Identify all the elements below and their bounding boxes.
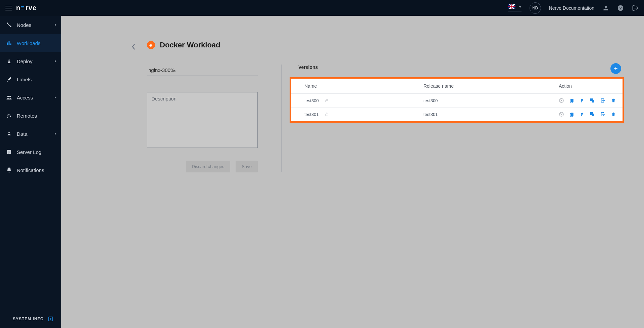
svg-rect-26 [592, 114, 594, 116]
sidebar-item-label: Workloads [17, 40, 41, 46]
sidebar-item-label: Server Log [17, 149, 41, 155]
data-icon [5, 131, 13, 137]
svg-rect-7 [7, 43, 8, 45]
labels-icon [5, 76, 13, 82]
add-version-button[interactable] [610, 63, 621, 74]
discard-button[interactable]: Discard changes [186, 161, 231, 172]
avatar[interactable]: ND [530, 2, 541, 14]
download-icon [48, 316, 54, 322]
chevron-right-icon [55, 96, 56, 99]
col-release: Release name [410, 79, 545, 94]
chevron-right-icon [55, 132, 56, 135]
nodes-icon [5, 22, 13, 28]
copy-icon[interactable] [569, 98, 574, 103]
caret-down-icon [519, 6, 522, 8]
svg-rect-21 [326, 114, 328, 116]
clone-icon[interactable] [590, 112, 595, 117]
svg-text:rve: rve [26, 4, 37, 11]
description-textarea[interactable] [147, 92, 258, 148]
version-row[interactable]: test300 test300 [291, 94, 623, 108]
sidebar: Nodes Workloads Deploy Labels Access Rem… [0, 16, 61, 328]
sidebar-item-label: Data [17, 131, 28, 137]
sidebar-item-label: Access [17, 95, 33, 100]
sidebar-item-label: Labels [17, 77, 32, 82]
remotes-icon [5, 113, 13, 119]
serverlog-icon [5, 149, 13, 155]
export-icon[interactable] [600, 112, 606, 117]
workloads-icon [5, 40, 13, 46]
svg-rect-9 [10, 44, 11, 45]
chevron-right-icon [55, 60, 56, 63]
sidebar-item-label: Remotes [17, 113, 37, 119]
svg-rect-20 [592, 100, 594, 102]
delete-icon[interactable] [611, 98, 616, 103]
cancel-icon[interactable] [559, 112, 564, 117]
svg-rect-8 [9, 41, 10, 45]
version-name: test300 [304, 98, 319, 103]
versions-table-highlight: Name Release name Action test300 test300 [290, 77, 624, 123]
sidebar-item-deploy[interactable]: Deploy [0, 52, 61, 70]
sidebar-item-notifications[interactable]: Notifications [0, 161, 61, 179]
svg-text:?: ? [619, 6, 622, 10]
sidebar-item-data[interactable]: Data [0, 125, 61, 143]
back-button[interactable] [132, 43, 136, 50]
menu-toggle[interactable] [5, 6, 12, 10]
unlock-icon [325, 112, 329, 117]
language-selector[interactable] [508, 4, 522, 11]
deploy-icon [5, 58, 13, 64]
svg-point-10 [7, 96, 9, 97]
workload-name-input[interactable] [147, 65, 258, 76]
svg-point-11 [9, 96, 11, 97]
svg-text:n: n [16, 4, 20, 11]
release-name: test300 [424, 98, 438, 103]
username-label: Nerve Documentation [549, 5, 594, 11]
pin-icon[interactable] [580, 98, 584, 103]
svg-text:≡: ≡ [20, 4, 25, 11]
pin-icon[interactable] [580, 112, 584, 117]
sidebar-item-nodes[interactable]: Nodes [0, 16, 61, 34]
cancel-icon[interactable] [559, 98, 564, 103]
export-icon[interactable] [600, 98, 606, 103]
svg-rect-17 [571, 99, 574, 102]
svg-rect-15 [326, 100, 328, 102]
docker-icon [147, 41, 155, 49]
unlock-icon [325, 98, 329, 103]
svg-point-12 [7, 117, 8, 118]
svg-rect-23 [571, 113, 574, 116]
system-info-label: SYSTEM INFO [13, 317, 44, 321]
vertical-divider [281, 65, 282, 172]
save-button[interactable]: Save [236, 161, 258, 172]
uk-flag-icon [508, 4, 515, 9]
col-action: Action [545, 79, 623, 94]
sidebar-item-label: Notifications [17, 167, 44, 173]
version-name: test301 [304, 112, 319, 117]
sidebar-item-label: Nodes [17, 22, 31, 28]
logout-icon[interactable] [632, 5, 639, 11]
delete-icon[interactable] [611, 112, 616, 117]
bell-icon [5, 167, 13, 173]
version-row[interactable]: test301 test301 [291, 108, 623, 121]
access-icon [5, 94, 13, 100]
sidebar-item-labels[interactable]: Labels [0, 70, 61, 88]
system-info-link[interactable]: SYSTEM INFO [0, 310, 61, 328]
brand-logo: n≡rve [16, 4, 46, 12]
versions-heading: Versions [298, 65, 318, 70]
user-icon[interactable] [602, 5, 609, 11]
sidebar-item-access[interactable]: Access [0, 88, 61, 107]
sidebar-item-workloads[interactable]: Workloads [0, 34, 61, 52]
col-name: Name [291, 79, 410, 94]
chevron-right-icon [55, 24, 56, 26]
help-icon[interactable]: ? [617, 5, 624, 11]
sidebar-item-label: Deploy [17, 58, 33, 64]
clone-icon[interactable] [590, 98, 595, 103]
release-name: test301 [424, 112, 438, 117]
sidebar-item-remotes[interactable]: Remotes [0, 107, 61, 125]
page-title: Docker Workload [160, 41, 220, 49]
sidebar-item-serverlog[interactable]: Server Log [0, 143, 61, 161]
copy-icon[interactable] [569, 112, 574, 117]
